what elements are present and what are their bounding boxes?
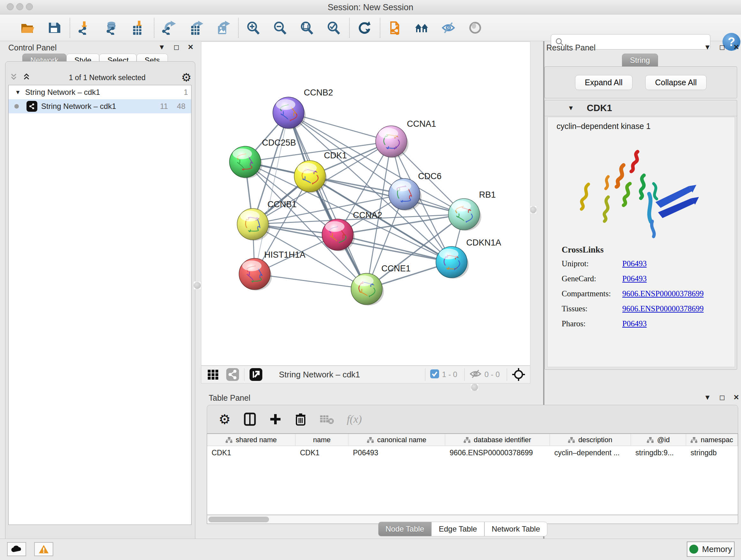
crosslinks-section: CrossLinks Uniprot: P06493GeneCard: P064… [562,245,704,334]
fit-selected-crosshair-icon[interactable] [512,368,526,381]
crosslink-link[interactable]: P06493 [622,274,647,283]
network-collection-row[interactable]: ▼ String Network – cdk1 1 [9,85,191,99]
collapse-panel-icon[interactable]: ▼ [704,394,711,401]
network-node-ccne1[interactable]: CCNE1 [351,264,411,306]
cloud-status-button[interactable] [7,542,26,556]
memory-status-dot [689,545,698,554]
expand-all-icon[interactable] [22,73,33,82]
node-table[interactable]: shared namenamecanonical namedatabase id… [207,434,738,515]
column-header--id[interactable]: @id [631,434,686,446]
table-cell[interactable]: 9606.ENSP00000378699 [445,449,550,457]
hidden-eye-slash-icon[interactable] [469,369,482,380]
show-columns-icon[interactable] [244,412,256,426]
network-node-cdc6[interactable]: CDC6 [389,172,442,211]
import-network-icon[interactable] [77,19,94,37]
network-node-ccnb1[interactable]: CCNB1 [237,199,297,241]
string-share-icon-disabled[interactable] [226,368,240,381]
warning-icon [38,544,49,554]
close-panel-icon[interactable]: ✕ [188,44,193,51]
table-cell[interactable]: stringdb [686,449,738,457]
export-image-icon[interactable] [214,19,232,37]
crosslink-link[interactable]: P06493 [622,319,647,328]
gene-panel-header[interactable]: ▼ CDK1 [545,100,737,116]
network-row-selected[interactable]: String Network – cdk1 11 48 [9,99,191,113]
table-cell[interactable]: stringdb:9... [631,449,686,457]
network-from-file-icon[interactable] [387,19,404,37]
table-cell[interactable]: CDK1 [295,449,348,457]
table-panel: Table Panel ▼ ◻ ✕ ⚙ f(x) shared namename… [201,392,741,539]
column-header-namespac[interactable]: namespac [686,434,738,446]
network-node-cdc25b[interactable]: CDC25B [229,138,296,179]
table-type-tabs: Node TableEdge TableNetwork Table [378,522,547,537]
table-cell[interactable]: P06493 [348,449,445,457]
crosslink-label: Uniprot: [562,259,622,268]
zoom-out-icon[interactable] [272,19,289,37]
table-settings-gear-icon[interactable]: ⚙ [219,412,231,427]
right-splitter-handle[interactable] [530,206,537,214]
export-table-icon[interactable] [188,19,205,37]
birdseye-grid-icon[interactable] [206,368,220,381]
table-row[interactable]: CDK1CDK1P064939606.ENSP00000378699cyclin… [207,446,738,459]
network-node-hist1h1a[interactable]: HIST1H1A [239,250,306,291]
control-panel: Control Panel ▼ ◻ ✕ NetworkStyleSelectSe… [0,41,201,539]
network-options-gear-icon[interactable]: ⚙ [181,72,192,83]
network-node-rb1[interactable]: RB1 [448,190,496,231]
crosslink-row: Pharos: P06493 [562,319,704,328]
collapse-panel-icon[interactable]: ▼ [158,44,165,51]
hide-selected-icon[interactable] [441,19,458,37]
close-panel-icon[interactable]: ✕ [733,394,739,401]
show-all-icon[interactable] [467,19,484,37]
network-node-cdkn1a[interactable]: CDKN1A [436,238,501,279]
tree-expander-icon[interactable]: ▼ [15,89,21,96]
column-header-database-identifier[interactable]: database identifier [445,434,550,446]
zoom-in-icon[interactable] [245,19,262,37]
add-column-icon[interactable] [269,412,282,426]
crosslink-link[interactable]: 9606.ENSP00000378699 [622,289,704,298]
open-in-new-icon[interactable] [249,368,263,381]
table-cell[interactable]: CDK1 [207,449,295,457]
column-header-name[interactable]: name [295,434,348,446]
gene-expander-icon[interactable]: ▼ [568,105,574,112]
column-header-shared-name[interactable]: shared name [207,434,295,446]
float-panel-icon[interactable]: ◻ [719,394,725,401]
open-session-icon[interactable] [19,19,37,37]
table-cell[interactable]: cyclin–dependent ... [550,449,631,457]
network-node-ccna1[interactable]: CCNA1 [376,119,436,158]
crosslink-link[interactable]: P06493 [622,259,647,268]
crosslink-link[interactable]: 9606.ENSP00000378699 [622,304,704,313]
expand-all-button[interactable]: Expand All [575,75,632,90]
tab-edge-table[interactable]: Edge Table [431,522,484,537]
crosslink-row: Uniprot: P06493 [562,259,704,268]
zoom-selected-icon[interactable] [326,19,343,37]
tab-network-table[interactable]: Network Table [484,522,548,537]
column-header-canonical-name[interactable]: canonical name [348,434,445,446]
close-panel-icon[interactable]: ✕ [733,44,739,51]
selected-checkbox-icon[interactable] [430,369,440,380]
save-session-icon[interactable] [46,19,63,37]
column-header-description[interactable]: description [550,434,631,446]
tab-node-table[interactable]: Node Table [378,522,431,537]
zoom-fit-icon[interactable] [299,19,316,37]
float-panel-icon[interactable]: ◻ [719,44,725,51]
import-table-icon[interactable] [130,19,147,37]
import-database-icon[interactable] [104,19,121,37]
bottom-splitter-handle[interactable] [470,384,479,391]
export-network-icon[interactable] [161,19,178,37]
network-view-canvas[interactable]: CCNB2CCNA1CDC25BCDK1CDC6RB1CCNB1CCNA2CDK… [201,42,530,366]
collapse-all-button[interactable]: Collapse All [645,75,707,90]
delete-column-trash-icon[interactable] [294,412,307,426]
node-label: CCNB1 [267,199,297,209]
collapse-all-icon[interactable] [10,73,20,82]
crosslinks-heading: CrossLinks [562,245,704,255]
float-panel-icon[interactable]: ◻ [174,44,179,51]
left-splitter-handle[interactable] [193,281,201,290]
warning-status-button[interactable] [34,542,53,556]
refresh-icon[interactable] [356,19,374,37]
scrollbar-thumb[interactable] [208,516,269,522]
network-node-cdk1[interactable]: CDK1 [294,151,347,193]
home-icon[interactable] [414,19,431,37]
memory-button[interactable]: Memory [687,542,735,557]
network-edge [288,113,367,289]
collapse-panel-icon[interactable]: ▼ [704,44,711,51]
tab-string[interactable]: String [622,54,658,67]
